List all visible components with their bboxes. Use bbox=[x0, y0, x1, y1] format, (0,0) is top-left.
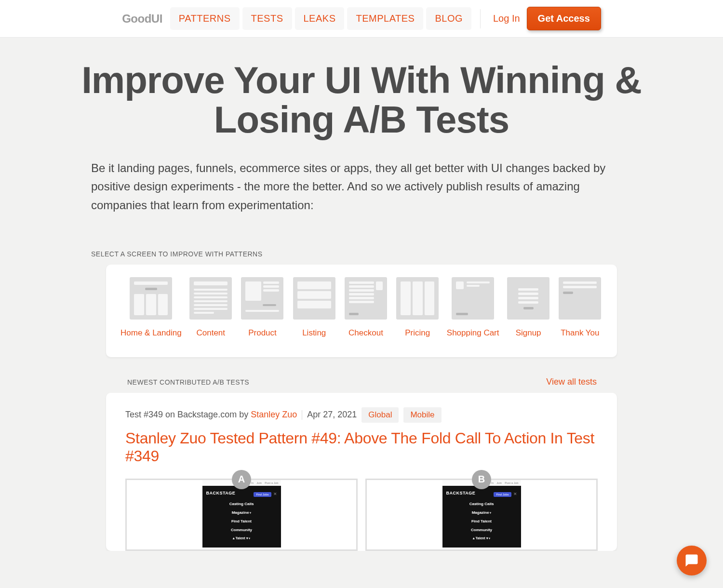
get-access-button[interactable]: Get Access bbox=[527, 7, 601, 30]
hero-lead: Be it landing pages, funnels, ecommerce … bbox=[70, 159, 653, 214]
screen-thumb-icon bbox=[189, 277, 232, 320]
nav-tests[interactable]: TESTS bbox=[242, 7, 292, 30]
tag-global[interactable]: Global bbox=[362, 407, 399, 423]
logo[interactable]: GoodUI bbox=[122, 12, 162, 26]
screen-thumb-icon bbox=[241, 277, 283, 320]
chat-button[interactable] bbox=[677, 546, 707, 551]
screen-thumb-icon bbox=[507, 277, 549, 320]
screen-thumb-icon bbox=[452, 277, 494, 320]
nav-blog[interactable]: BLOG bbox=[426, 7, 471, 30]
tag-mobile[interactable]: Mobile bbox=[403, 407, 441, 423]
screen-home-landing[interactable]: Home & Landing bbox=[120, 277, 182, 338]
test-card: Test #349 on Backstage.com by Stanley Zu… bbox=[106, 393, 617, 551]
screen-thumb-icon bbox=[396, 277, 439, 320]
screen-thank-you[interactable]: Thank You bbox=[558, 277, 602, 338]
ab-row: A Sign In Join Post a Job BACKSTAGE Find… bbox=[125, 479, 598, 551]
nav-patterns[interactable]: PATTERNS bbox=[170, 7, 240, 30]
test-meta: Test #349 on Backstage.com by Stanley Zu… bbox=[125, 407, 598, 423]
nav-templates[interactable]: TEMPLATES bbox=[347, 7, 423, 30]
screen-label: Pricing bbox=[405, 328, 430, 338]
nav-leaks[interactable]: LEAKS bbox=[295, 7, 345, 30]
tests-header: NEWEST CONTRIBUTED A/B TESTS View all te… bbox=[106, 357, 617, 393]
view-all-tests-link[interactable]: View all tests bbox=[546, 377, 597, 387]
screen-thumb-icon bbox=[345, 277, 387, 320]
test-date: Apr 27, 2021 bbox=[307, 410, 357, 420]
test-meta-prefix: Test #349 on Backstage.com by Stanley Zu… bbox=[125, 410, 297, 420]
variant-frame: Sign In Join Post a Job BACKSTAGE Find J… bbox=[365, 479, 598, 551]
screen-thumb-icon bbox=[293, 277, 335, 320]
test-author-link[interactable]: Stanley Zuo bbox=[251, 410, 297, 419]
screens-label: SELECT A SCREEN TO IMPROVE WITH PATTERNS bbox=[91, 250, 653, 258]
tests-label: NEWEST CONTRIBUTED A/B TESTS bbox=[127, 378, 249, 386]
main-nav: GoodUI PATTERNS TESTS LEAKS TEMPLATES BL… bbox=[70, 7, 653, 30]
login-link[interactable]: Log In bbox=[489, 13, 524, 24]
test-title-link[interactable]: Stanley Zuo Tested Pattern #49: Above Th… bbox=[125, 429, 598, 465]
screen-shopping-cart[interactable]: Shopping Cart bbox=[447, 277, 499, 338]
meta-divider bbox=[302, 410, 302, 420]
screen-label: Listing bbox=[302, 328, 326, 338]
screen-checkout[interactable]: Checkout bbox=[343, 277, 388, 338]
variant-badge-a: A bbox=[232, 470, 251, 489]
variant-a[interactable]: A Sign In Join Post a Job BACKSTAGE Find… bbox=[125, 479, 358, 551]
nav-divider bbox=[480, 9, 481, 28]
screens-row: Home & Landing Content bbox=[120, 277, 602, 338]
screen-listing[interactable]: Listing bbox=[292, 277, 336, 338]
screen-signup[interactable]: Signup bbox=[506, 277, 551, 338]
screen-thumb-icon bbox=[130, 277, 172, 320]
screen-label: Shopping Cart bbox=[447, 328, 499, 338]
hero-section: Improve Your UI With Winning & Losing A/… bbox=[70, 38, 653, 229]
screen-label: Signup bbox=[516, 328, 541, 338]
screen-label: Checkout bbox=[348, 328, 383, 338]
close-icon: ✕ bbox=[273, 492, 277, 496]
page-title: Improve Your UI With Winning & Losing A/… bbox=[70, 61, 653, 140]
screen-label: Product bbox=[248, 328, 277, 338]
screen-content[interactable]: Content bbox=[188, 277, 233, 338]
screen-pricing[interactable]: Pricing bbox=[395, 277, 440, 338]
variant-badge-b: B bbox=[472, 470, 491, 489]
screens-card: Home & Landing Content bbox=[106, 265, 617, 357]
screen-label: Thank You bbox=[561, 328, 599, 338]
variant-b[interactable]: B Sign In Join Post a Job BACKSTAGE Find… bbox=[365, 479, 598, 551]
top-bar: GoodUI PATTERNS TESTS LEAKS TEMPLATES BL… bbox=[0, 0, 723, 38]
screen-thumb-icon bbox=[559, 277, 601, 320]
close-icon: ✕ bbox=[513, 492, 517, 496]
screen-label: Home & Landing bbox=[120, 328, 182, 338]
variant-frame: Sign In Join Post a Job BACKSTAGE Find J… bbox=[125, 479, 358, 551]
screen-product[interactable]: Product bbox=[240, 277, 285, 338]
screen-label: Content bbox=[196, 328, 225, 338]
